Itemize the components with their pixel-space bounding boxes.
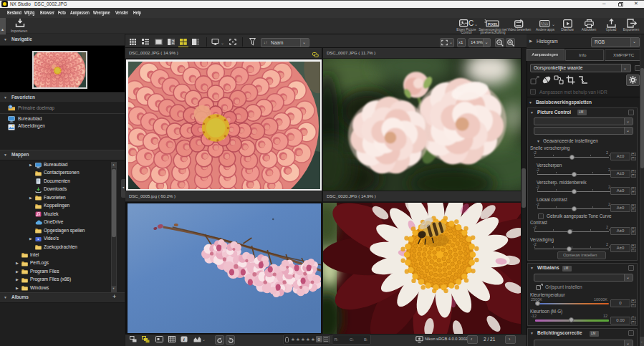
svg-text:PIXEL: PIXEL [488, 22, 499, 27]
svg-text:i: i [183, 337, 185, 342]
svg-text:2: 2 [172, 39, 175, 44]
svg-text:APP: APP [542, 22, 548, 26]
svg-text:C: C [468, 19, 474, 27]
